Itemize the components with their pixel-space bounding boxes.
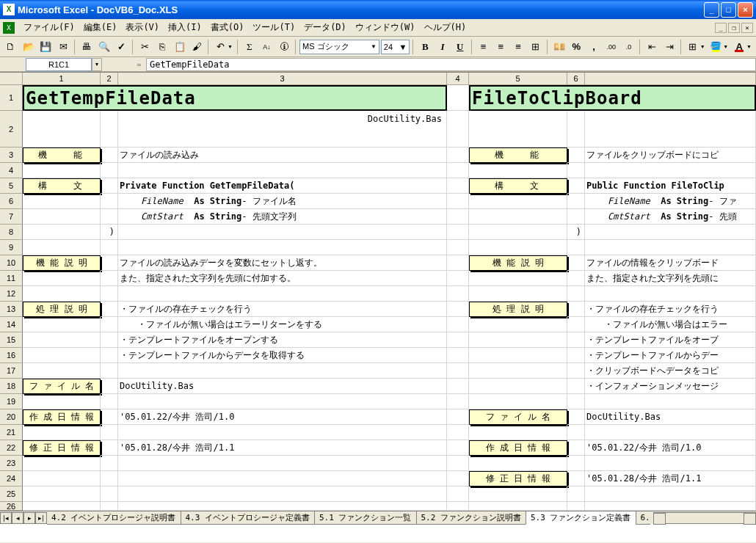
- menu-insert[interactable]: 挿入(I): [164, 20, 206, 35]
- cell[interactable]: ファイルの情報をクリップボード: [585, 255, 756, 271]
- label-file-r[interactable]: フ ァ イ ル 名: [469, 409, 567, 425]
- row-header[interactable]: 15: [0, 332, 23, 348]
- cell[interactable]: ・ファイルが無い場合はエラーリターンをする: [118, 317, 447, 332]
- row-header[interactable]: 23: [0, 456, 23, 471]
- mail-button[interactable]: ✉: [55, 39, 71, 55]
- cell[interactable]: ・テンプレートファイルをオープ: [585, 332, 756, 348]
- tab-first-button[interactable]: |◂: [0, 512, 12, 524]
- label-created-r[interactable]: 作 成 日 情 報: [469, 440, 567, 456]
- left-title-cell[interactable]: GetTempFileData: [23, 85, 447, 111]
- fill-color-dropdown[interactable]: ▼: [723, 44, 730, 49]
- col-header[interactable]: 1: [23, 73, 101, 84]
- cell[interactable]: ファイルの読み込み: [118, 147, 447, 163]
- cell[interactable]: [567, 111, 585, 147]
- font-color-button[interactable]: A: [731, 39, 747, 55]
- align-left-button[interactable]: ≡: [476, 39, 492, 55]
- label-file[interactable]: フ ァ イ ル 名: [23, 379, 101, 394]
- col-header[interactable]: 5: [469, 73, 567, 84]
- increase-indent-button[interactable]: ⇥: [661, 39, 677, 55]
- formula-input[interactable]: GetTempFileData: [146, 58, 756, 71]
- col-header[interactable]: 6: [567, 73, 585, 84]
- row-header[interactable]: 7: [0, 209, 23, 225]
- col-header[interactable]: 4: [447, 73, 469, 84]
- decrease-indent-button[interactable]: ⇤: [644, 39, 660, 55]
- sheet-tab[interactable]: 5.2 ファンクション説明書: [416, 511, 527, 525]
- undo-dropdown[interactable]: ▼: [228, 44, 234, 49]
- sheet-tab-active[interactable]: 5.3 ファンクション定義書: [526, 511, 636, 525]
- maximize-button[interactable]: □: [721, 2, 736, 18]
- new-button[interactable]: 🗋: [3, 39, 19, 55]
- label-func-desc[interactable]: 機 能 説 明: [23, 255, 101, 271]
- row-header[interactable]: 1: [0, 85, 23, 111]
- cell[interactable]: ファイルの読み込みデータを変数にセットし返す。: [118, 255, 447, 271]
- row-header[interactable]: 4: [0, 163, 23, 178]
- row-header[interactable]: 11: [0, 271, 23, 286]
- row-header[interactable]: 24: [0, 471, 23, 486]
- autosum-button[interactable]: Σ: [241, 39, 258, 55]
- align-center-button[interactable]: ≡: [493, 39, 509, 55]
- doc-restore-button[interactable]: ❐: [728, 23, 740, 33]
- minimize-button[interactable]: _: [704, 2, 719, 18]
- cell[interactable]: '05.01.22/今井 浩司/1.0: [118, 409, 447, 425]
- menu-window[interactable]: ウィンドウ(W): [351, 20, 420, 35]
- increase-decimal-button[interactable]: .00: [603, 39, 619, 55]
- row-header[interactable]: 22: [0, 440, 23, 456]
- cell[interactable]: ・ファイルが無い場合はエラー: [585, 317, 756, 332]
- row-header[interactable]: 12: [0, 286, 23, 302]
- cell[interactable]: また、指定された文字列を先頭に付加する。: [118, 271, 447, 286]
- cell[interactable]: DocUtility.Bas: [585, 409, 756, 425]
- menu-tools[interactable]: ツール(T): [248, 20, 299, 35]
- row-header[interactable]: 13: [0, 302, 23, 317]
- label-created[interactable]: 作 成 日 情 報: [23, 409, 101, 425]
- menu-format[interactable]: 書式(O): [206, 20, 249, 35]
- row-header[interactable]: 26: [0, 502, 23, 511]
- label-syntax[interactable]: 構 文: [23, 178, 101, 194]
- menu-edit[interactable]: 編集(E): [79, 20, 122, 35]
- row-header[interactable]: 8: [0, 225, 23, 240]
- label-func-r[interactable]: 機 能: [469, 147, 567, 163]
- undo-button[interactable]: ↶: [212, 39, 228, 55]
- row-header[interactable]: 17: [0, 363, 23, 379]
- name-box-dropdown[interactable]: ▼: [92, 58, 102, 71]
- cell[interactable]: ・テンプレートファイルからデー: [585, 348, 756, 363]
- doc-close-button[interactable]: ×: [741, 23, 753, 33]
- horizontal-scrollbar[interactable]: [653, 512, 756, 524]
- row-header[interactable]: 19: [0, 394, 23, 409]
- cell[interactable]: ファイルをクリップボードにコピ: [585, 147, 756, 163]
- cell[interactable]: ): [101, 225, 118, 240]
- font-size-selector[interactable]: 24▼: [381, 40, 410, 54]
- row-header[interactable]: 6: [0, 194, 23, 209]
- col-header[interactable]: 2: [101, 73, 118, 84]
- font-selector[interactable]: MS ゴシック▼: [299, 40, 379, 54]
- doc-minimize-button[interactable]: _: [715, 23, 727, 33]
- cell[interactable]: ): [567, 225, 585, 240]
- percent-button[interactable]: %: [568, 39, 584, 55]
- cell[interactable]: [447, 85, 469, 111]
- cell[interactable]: [585, 111, 756, 147]
- row-header[interactable]: 3: [0, 147, 23, 163]
- open-button[interactable]: 📂: [21, 39, 37, 55]
- cell[interactable]: [567, 147, 585, 163]
- spellcheck-button[interactable]: ✓: [113, 39, 129, 55]
- right-title-cell[interactable]: FileToClipBoard: [469, 85, 756, 111]
- cell[interactable]: [447, 147, 469, 163]
- spreadsheet-grid[interactable]: 1 2 3 4 5 6 1 GetTempFileData FileToClip…: [0, 72, 756, 542]
- label-func-desc-r[interactable]: 機 能 説 明: [469, 255, 567, 271]
- save-button[interactable]: 💾: [38, 39, 54, 55]
- cut-button[interactable]: ✂: [137, 39, 153, 55]
- cell[interactable]: '05.01.28/今井 浩司/1.1: [585, 471, 756, 486]
- tab-last-button[interactable]: ▸|: [35, 512, 47, 524]
- cell[interactable]: DocUtility.Bas: [118, 379, 447, 394]
- row-header[interactable]: 20: [0, 409, 23, 425]
- format-painter-button[interactable]: 🖌: [189, 39, 205, 55]
- col-header[interactable]: 3: [118, 73, 447, 84]
- cell[interactable]: ・ファイルの存在チェックを行う: [118, 302, 447, 317]
- sheet-tab[interactable]: 4.3 イベントプロシージャ定義書: [181, 511, 316, 525]
- cell[interactable]: Private Function GetTempFileData(: [118, 178, 447, 194]
- cell[interactable]: [447, 111, 469, 147]
- cell[interactable]: [469, 111, 567, 147]
- row-header[interactable]: 14: [0, 317, 23, 332]
- name-box[interactable]: R1C1: [26, 58, 92, 71]
- cell[interactable]: ・インフォメーションメッセージ: [585, 379, 756, 394]
- row-header[interactable]: 25: [0, 486, 23, 502]
